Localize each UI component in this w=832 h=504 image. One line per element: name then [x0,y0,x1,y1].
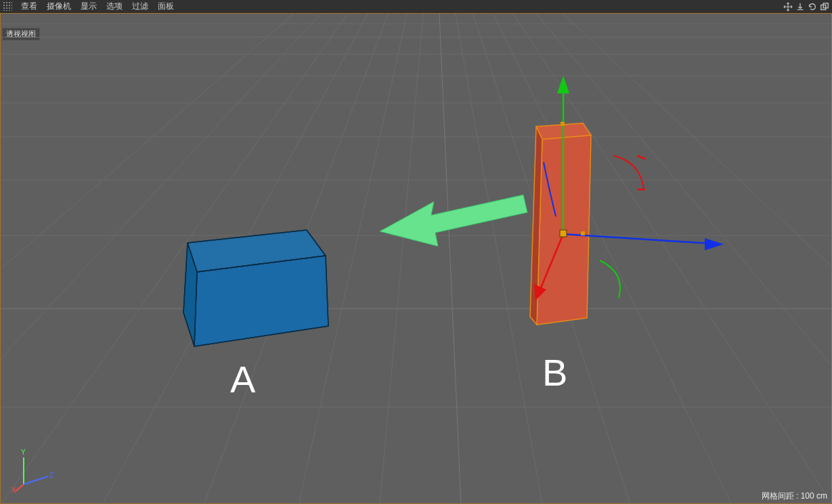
svg-line-19 [434,14,461,504]
annotation-arrow [380,195,527,246]
viewport-menubar: 查看 摄像机 显示 选项 过滤 面板 [0,0,832,13]
annotation-label-a: A [230,357,255,401]
svg-line-42 [24,476,48,484]
perspective-viewport[interactable]: 透视视图 [0,13,832,504]
menu-options[interactable]: 选项 [102,0,127,13]
grid [1,14,832,504]
svg-line-25 [434,14,832,504]
svg-line-43 [16,484,24,491]
axis-x-label: X [12,486,16,492]
gizmo-origin-icon[interactable] [560,230,567,237]
menu-filter[interactable]: 过滤 [127,0,153,13]
gizmo-z-arrow-icon[interactable] [705,238,724,250]
axis-z-label: Z [49,472,53,479]
axis-triad: Y Z X [12,445,59,492]
svg-line-24 [434,14,832,504]
svg-line-38 [637,156,645,159]
refresh-icon[interactable] [808,2,817,12]
object-a-cube[interactable] [183,230,328,346]
viewport-scene [1,14,832,504]
menubar-right-icons [783,0,829,13]
download-icon[interactable] [795,2,805,12]
svg-rect-37 [581,231,585,235]
menu-panel[interactable]: 面板 [153,0,179,13]
menu-camera[interactable]: 摄像机 [42,0,76,13]
annotation-label-b: B [542,350,567,394]
popout-icon[interactable] [820,2,829,12]
menu-display[interactable]: 显示 [76,0,102,13]
menubar-grip-icon[interactable] [3,1,12,11]
menu-view[interactable]: 查看 [16,0,42,13]
grid-spacing-status: 网格间距 : 100 cm [762,490,827,502]
svg-marker-40 [380,195,527,246]
gizmo-yz-arc-icon[interactable] [613,156,644,189]
svg-line-18 [380,14,434,504]
svg-rect-36 [561,122,565,126]
move-icon[interactable] [783,2,793,12]
svg-line-23 [434,14,832,504]
axis-y-label: Y [21,449,26,456]
gizmo-xz-arc-icon[interactable] [600,260,620,298]
